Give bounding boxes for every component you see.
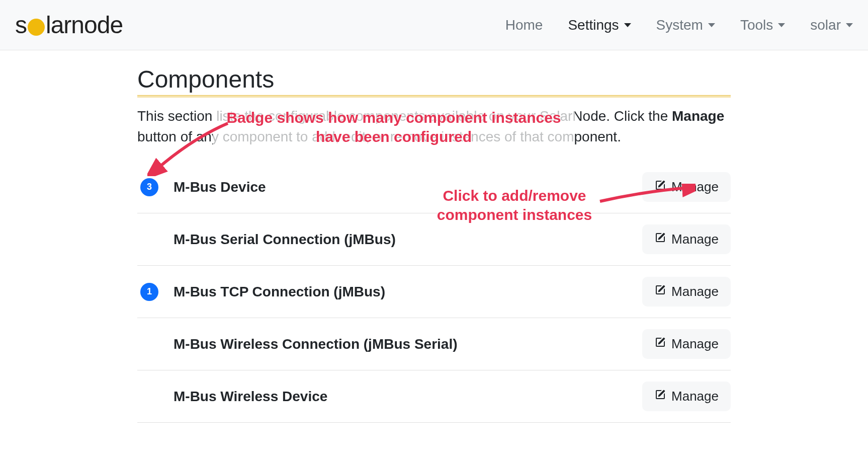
nav-items: Home Settings System Tools solar xyxy=(505,17,853,33)
edit-icon xyxy=(654,389,666,404)
manage-button[interactable]: Manage xyxy=(642,224,731,254)
component-list: 3M-Bus DeviceManageM-Bus Serial Connecti… xyxy=(137,167,731,423)
count-badge: 1 xyxy=(140,283,158,301)
manage-button-label: Manage xyxy=(671,389,719,404)
nav-settings[interactable]: Settings xyxy=(568,17,631,33)
manage-button-label: Manage xyxy=(671,284,719,299)
component-name: M-Bus TCP Connection (jMBus) xyxy=(173,284,630,300)
nav-home-label: Home xyxy=(505,17,543,33)
edit-icon xyxy=(654,232,666,247)
badge-slot: 3 xyxy=(137,178,161,196)
component-name: M-Bus Wireless Device xyxy=(173,389,630,405)
brand-text-post: larnode xyxy=(46,11,123,39)
manage-button[interactable]: Manage xyxy=(642,329,731,359)
nav-user[interactable]: solar xyxy=(810,17,853,33)
nav-system-label: System xyxy=(656,17,703,33)
manage-button[interactable]: Manage xyxy=(642,172,731,202)
manage-button[interactable]: Manage xyxy=(642,382,731,411)
component-row: M-Bus Serial Connection (jMBus)Manage xyxy=(137,213,731,266)
brand-text-pre: s xyxy=(15,11,27,39)
caret-down-icon xyxy=(624,23,631,27)
caret-down-icon xyxy=(708,23,715,27)
edit-icon xyxy=(654,179,666,195)
caret-down-icon xyxy=(778,23,785,27)
manage-button-label: Manage xyxy=(671,336,719,352)
intro-post: button of any component to add, edit, or… xyxy=(137,129,621,144)
manage-button-label: Manage xyxy=(671,232,719,247)
nav-settings-label: Settings xyxy=(568,17,619,33)
nav-home[interactable]: Home xyxy=(505,17,543,33)
top-nav: slarnode Home Settings System Tools sola… xyxy=(0,0,868,50)
component-row: M-Bus Wireless Connection (jMBus Serial)… xyxy=(137,318,731,370)
edit-icon xyxy=(654,336,666,352)
component-name: M-Bus Device xyxy=(173,179,630,195)
intro-pre: This section lists the configurable comp… xyxy=(137,108,672,124)
nav-system[interactable]: System xyxy=(656,17,715,33)
main-content: Components This section lists the config… xyxy=(127,65,741,423)
manage-button-label: Manage xyxy=(671,179,719,195)
component-name: M-Bus Serial Connection (jMBus) xyxy=(173,232,630,248)
nav-tools[interactable]: Tools xyxy=(740,17,785,33)
nav-tools-label: Tools xyxy=(740,17,773,33)
brand-logo[interactable]: slarnode xyxy=(15,11,123,39)
page-intro: This section lists the configurable comp… xyxy=(137,106,731,147)
badge-slot: 1 xyxy=(137,283,161,301)
page-title: Components xyxy=(137,65,731,97)
component-row: 1M-Bus TCP Connection (jMBus)Manage xyxy=(137,266,731,318)
component-name: M-Bus Wireless Connection (jMBus Serial) xyxy=(173,336,630,352)
intro-strong: Manage xyxy=(672,108,724,124)
brand-dot-icon xyxy=(28,19,45,36)
component-row: 3M-Bus DeviceManage xyxy=(137,167,731,213)
edit-icon xyxy=(654,284,666,299)
manage-button[interactable]: Manage xyxy=(642,277,731,307)
caret-down-icon xyxy=(846,23,853,27)
nav-user-label: solar xyxy=(810,17,841,33)
count-badge: 3 xyxy=(140,178,158,196)
component-row: M-Bus Wireless DeviceManage xyxy=(137,370,731,423)
